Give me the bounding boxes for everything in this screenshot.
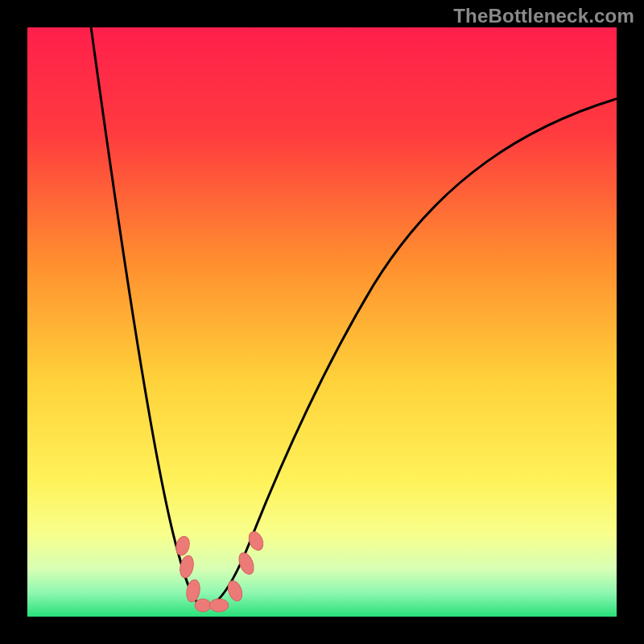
marker-bottom-b bbox=[209, 599, 229, 612]
marker-right-mid bbox=[236, 551, 256, 576]
curve-layer bbox=[27, 27, 617, 617]
bottleneck-curve bbox=[88, 27, 617, 607]
marker-group bbox=[174, 530, 266, 612]
chart-frame: TheBottleneck.com bbox=[0, 0, 644, 644]
marker-left-top bbox=[174, 535, 192, 556]
plot-area bbox=[27, 27, 617, 617]
marker-bottom-a bbox=[195, 599, 211, 612]
marker-right-low bbox=[225, 579, 245, 603]
watermark-text: TheBottleneck.com bbox=[453, 5, 634, 27]
marker-right-top bbox=[246, 530, 266, 552]
